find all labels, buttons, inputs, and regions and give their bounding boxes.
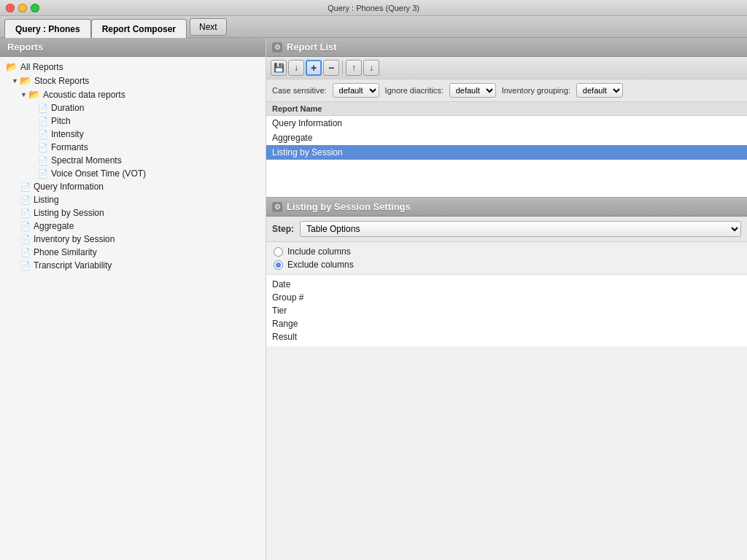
- window-controls: [6, 4, 39, 12]
- report-row-listing-session[interactable]: Listing by Session: [266, 145, 747, 160]
- tree-item-duration[interactable]: 📄 Duration: [0, 101, 266, 114]
- gear-icon: ⚙: [272, 42, 282, 52]
- folder-open-icon: 📂: [6, 61, 18, 72]
- move-down-button[interactable]: ↓: [288, 60, 304, 76]
- tree-item-transcript[interactable]: 📄 Transcript Variability: [0, 259, 266, 272]
- settings-content: Step: Table Options Include columns Excl…: [266, 217, 747, 560]
- file-listing-session-icon: 📄: [20, 209, 31, 218]
- tree-item-listing[interactable]: 📄 Listing: [0, 193, 266, 206]
- maximize-button[interactable]: [31, 4, 39, 12]
- title-bar: Query : Phones (Query 3): [0, 0, 747, 16]
- file-inventory-icon: 📄: [20, 235, 31, 244]
- file-query-icon: 📄: [20, 182, 31, 192]
- folder-stock-icon: 📂: [20, 75, 31, 86]
- column-item-date[interactable]: Date: [272, 278, 741, 291]
- report-row-query-info[interactable]: Query Information: [266, 116, 747, 131]
- tree-all-reports[interactable]: 📂 All Reports: [0, 60, 266, 74]
- tab-query-phones[interactable]: Query : Phones: [4, 19, 91, 38]
- window-title: Query : Phones (Query 3): [328, 4, 419, 12]
- up-arrow-icon: ↑: [352, 63, 356, 73]
- tree-item-inventory[interactable]: 📄 Inventory by Session: [0, 233, 266, 246]
- tab-bar: Query : Phones Report Composer Next: [0, 16, 747, 38]
- down-icon: ↓: [294, 63, 298, 73]
- column-item-result[interactable]: Result: [272, 330, 741, 343]
- add-button[interactable]: +: [306, 60, 322, 76]
- file-phone-icon: 📄: [20, 248, 31, 257]
- exclude-columns-label: Exclude columns: [287, 260, 354, 270]
- left-panel: Reports 📂 All Reports ▼ 📂 Stock Reports …: [0, 38, 266, 560]
- inventory-grouping-label: Inventory grouping:: [502, 86, 570, 95]
- down-arrow-icon: ↓: [369, 63, 374, 73]
- inventory-grouping-select[interactable]: default: [576, 83, 623, 98]
- tab-report-composer[interactable]: Report Composer: [91, 19, 187, 38]
- file-transcript-icon: 📄: [20, 261, 31, 271]
- main-content: Reports 📂 All Reports ▼ 📂 Stock Reports …: [0, 38, 747, 560]
- report-list-section: ⚙ Report List 💾 ↓ + − ↑: [266, 38, 747, 198]
- options-row: Case sensitive: default Ignore diacritic…: [266, 79, 747, 102]
- tree-item-pitch[interactable]: 📄 Pitch: [0, 114, 266, 128]
- ignore-diacritics-select[interactable]: default: [449, 83, 496, 98]
- triangle-down-acoustic-icon: ▼: [20, 91, 27, 98]
- reports-header: Reports: [0, 38, 266, 57]
- file-spectral-icon: 📄: [38, 156, 48, 166]
- exclude-columns-radio[interactable]: [274, 260, 283, 270]
- ignore-diacritics-label: Ignore diacritics:: [385, 86, 444, 95]
- report-table-header: Report Name: [266, 102, 747, 116]
- listing-settings-section: ⚙ Listing by Session Settings Step: Tabl…: [266, 198, 747, 560]
- step-label: Step:: [272, 224, 294, 234]
- triangle-down-icon: ▼: [12, 77, 18, 85]
- tree-acoustic-data[interactable]: ▼ 📂 Acoustic data reports: [0, 88, 266, 101]
- column-item-range[interactable]: Range: [272, 317, 741, 330]
- toolbar-separator: [342, 61, 343, 74]
- remove-icon: −: [328, 62, 334, 74]
- tab-next[interactable]: Next: [190, 18, 227, 36]
- step-row: Step: Table Options: [266, 217, 747, 242]
- case-sensitive-label: Case sensitive:: [272, 86, 327, 95]
- file-intensity-icon: 📄: [38, 130, 48, 139]
- file-aggregate-icon: 📄: [20, 222, 31, 231]
- report-row-aggregate[interactable]: Aggregate: [266, 131, 747, 145]
- save-button[interactable]: 💾: [271, 60, 287, 76]
- tree-item-spectral[interactable]: 📄 Spectral Moments: [0, 154, 266, 167]
- tree-item-formants[interactable]: 📄 Formants: [0, 141, 266, 154]
- tree-item-intensity[interactable]: 📄 Intensity: [0, 128, 266, 141]
- case-sensitive-select[interactable]: default: [333, 83, 379, 98]
- include-columns-row[interactable]: Include columns: [274, 246, 740, 257]
- tree-item-listing-session[interactable]: 📄 Listing by Session: [0, 206, 266, 219]
- listing-settings-header: ⚙ Listing by Session Settings: [266, 198, 747, 217]
- column-item-tier[interactable]: Tier: [272, 304, 741, 317]
- tree-item-query-info[interactable]: 📄 Query Information: [0, 180, 266, 193]
- move-down-btn2[interactable]: ↓: [363, 60, 379, 76]
- move-up-button[interactable]: ↑: [346, 60, 362, 76]
- include-columns-label: Include columns: [287, 246, 351, 257]
- file-pitch-icon: 📄: [38, 117, 48, 126]
- file-formants-icon: 📄: [38, 143, 48, 152]
- include-columns-radio[interactable]: [274, 247, 283, 257]
- report-table: Report Name Query Information Aggregate …: [266, 102, 747, 197]
- tree-container: 📂 All Reports ▼ 📂 Stock Reports ▼ 📂 Acou…: [0, 57, 266, 560]
- add-icon: +: [311, 62, 317, 74]
- file-vot-icon: 📄: [38, 169, 48, 179]
- report-list-header: ⚙ Report List: [266, 38, 747, 57]
- tree-item-phone-similarity[interactable]: 📄 Phone Similarity: [0, 246, 266, 259]
- tree-item-aggregate[interactable]: 📄 Aggregate: [0, 219, 266, 233]
- step-select[interactable]: Table Options: [300, 221, 741, 237]
- settings-gear-icon: ⚙: [272, 202, 282, 212]
- column-item-group[interactable]: Group #: [272, 291, 741, 304]
- remove-button[interactable]: −: [323, 60, 339, 76]
- save-icon: 💾: [274, 63, 285, 73]
- folder-acoustic-icon: 📂: [28, 89, 40, 100]
- file-listing-icon: 📄: [20, 195, 31, 205]
- radio-group: Include columns Exclude columns: [266, 242, 747, 275]
- report-list-toolbar: 💾 ↓ + − ↑ ↓: [266, 57, 747, 79]
- tree-stock-reports[interactable]: ▼ 📂 Stock Reports: [0, 74, 266, 88]
- file-duration-icon: 📄: [38, 104, 48, 113]
- right-panel: ⚙ Report List 💾 ↓ + − ↑: [266, 38, 747, 560]
- minimize-button[interactable]: [18, 4, 27, 12]
- close-button[interactable]: [6, 4, 15, 12]
- columns-list: Date Group # Tier Range Result: [266, 275, 747, 346]
- tree-item-vot[interactable]: 📄 Voice Onset Time (VOT): [0, 167, 266, 180]
- exclude-columns-row[interactable]: Exclude columns: [274, 260, 740, 270]
